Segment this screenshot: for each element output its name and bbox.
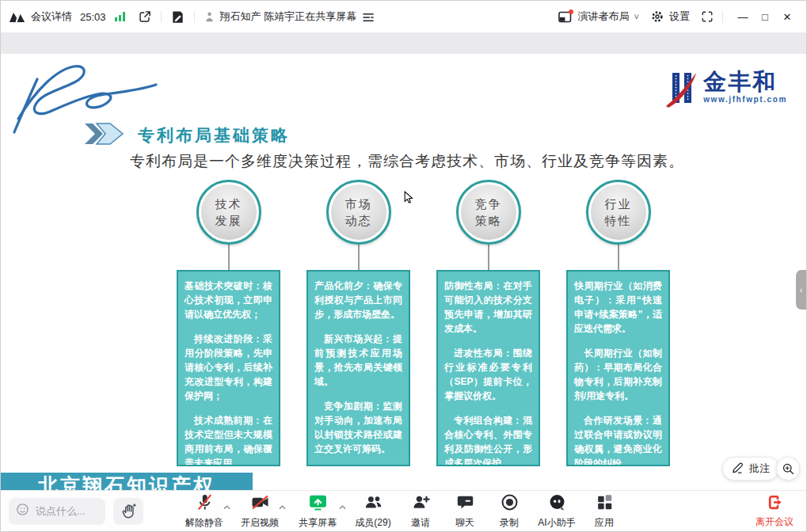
circle-label-line1: 技术	[215, 196, 242, 212]
invite-button[interactable]: 邀请	[398, 491, 443, 532]
chevron-up-icon[interactable]	[339, 499, 346, 513]
ai-assistant-label: AI小助手	[538, 516, 575, 530]
leave-meeting-button[interactable]: 离开会议	[756, 491, 794, 532]
strategy-box: 产品化前夕：确保专利授权与产品上市同步，形成市场壁垒。 新兴市场兴起：提前预测技…	[306, 270, 410, 466]
circle-label-line2: 发展	[215, 212, 242, 229]
strategy-column-tech: 技术 发展 基础技术突破时：核心技术初现，立即申请以确立优先权； 持续改进阶段：…	[177, 180, 280, 466]
connector-line	[358, 245, 360, 270]
layout-button[interactable]: 演讲者布局 ˅	[558, 9, 639, 25]
smiley-icon	[16, 503, 29, 519]
strategy-paragraph: 专利组合构建：混合核心专利、外围专利及防御性公开，形成多层次保护。	[444, 413, 532, 466]
mouse-cursor	[404, 191, 414, 207]
slide-subtitle: 专利布局是一个多维度决策过程，需综合考虑技术、市场、行业及竞争等因素。	[130, 151, 684, 172]
leave-icon	[766, 493, 784, 515]
members-icon	[364, 492, 383, 515]
share-screen-label: 共享屏幕	[299, 516, 337, 530]
maximize-button[interactable]: □	[754, 6, 776, 28]
leave-meeting-label: 离开会议	[756, 515, 794, 529]
apps-label: 应用	[595, 516, 614, 530]
chat-input-field[interactable]	[34, 504, 101, 518]
top-bar-right: 演讲者布局 ˅ 设置 — □ ✕	[558, 6, 798, 28]
shared-screen-slide: 金丰和 www.jfhfwpt.com 专利布局基础策略 专利布局是一个多维度决…	[1, 54, 807, 492]
strategy-column-competition: 竞争 策略 防御性布局：在对手可能切入的技术分支预先申请，增加其研发成本。 进攻…	[436, 180, 540, 466]
screen-share-icon	[308, 492, 328, 515]
chat-quick-input[interactable]	[9, 498, 105, 525]
presenter-icon	[204, 11, 215, 23]
meeting-window: 会议详情 25:03 翔石知产 陈靖宇正在共享屏幕	[0, 0, 807, 532]
circle-label: 技术 发展	[201, 184, 257, 240]
meeting-details-button[interactable]: 会议详情	[31, 10, 72, 24]
chat-bubble-icon	[455, 492, 475, 515]
share-screen-button[interactable]: 共享屏幕	[287, 491, 348, 532]
pop-out-icon[interactable]	[138, 10, 152, 24]
divider	[161, 11, 162, 23]
members-label: 成员(29)	[355, 516, 390, 530]
invite-label: 邀请	[411, 516, 430, 530]
circle-label-line2: 动态	[345, 212, 372, 229]
unmute-label: 解除静音	[185, 516, 223, 530]
strategy-paragraph: 产品化前夕：确保专利授权与产品上市同步，形成市场壁垒。	[314, 279, 402, 321]
members-button[interactable]: 成员(29)	[348, 491, 398, 532]
circle-node: 市场 动态	[326, 180, 391, 245]
record-label: 录制	[500, 516, 519, 530]
raise-hand-button[interactable]	[113, 498, 143, 525]
panel-collapse-handle[interactable]: ‹	[796, 270, 806, 310]
meeting-timer: 25:03	[80, 11, 106, 23]
connector-line	[228, 245, 230, 270]
title-arrow-icon	[83, 122, 126, 149]
annotate-button[interactable]: 批注	[722, 457, 779, 481]
logo-name: 金丰和	[703, 70, 787, 93]
top-bar-left: 会议详情 25:03 翔石知产 陈靖宇正在共享屏幕	[9, 10, 375, 25]
ai-assistant-button[interactable]: AI小助手	[531, 491, 582, 532]
chevron-up-icon[interactable]	[279, 499, 286, 513]
layout-icon	[558, 9, 573, 25]
circle-label: 行业 特性	[591, 184, 646, 240]
strategy-paragraph: 进攻性布局：围绕行业标准必要专利（SEP）提前卡位，掌握议价权。	[444, 346, 532, 403]
annotation-doc-icon[interactable]	[170, 10, 185, 25]
close-button[interactable]: ✕	[776, 6, 798, 28]
strategy-box: 防御性布局：在对手可能切入的技术分支预先申请，增加其研发成本。 进攻性布局：围绕…	[436, 270, 540, 466]
strategy-paragraph: 新兴市场兴起：提前预测技术应用场景，抢先布局关键领域。	[314, 332, 402, 389]
circle-label-line1: 竞争	[475, 196, 502, 212]
strategy-paragraph: 技术成熟前期：在技术定型但未大规模商用前布局，确保覆盖未来应用。	[185, 413, 272, 466]
connector-line	[618, 245, 619, 270]
record-button[interactable]: 录制	[487, 491, 531, 532]
strategy-paragraph: 快周期行业（如消费电子）：采用“快速申请+续案策略”，适应迭代需求。	[574, 279, 662, 336]
connector-line	[488, 245, 489, 270]
invite-icon	[411, 492, 431, 515]
apps-button[interactable]: 应用	[582, 491, 626, 532]
record-icon	[500, 492, 520, 515]
magnifier-button[interactable]	[776, 457, 800, 481]
camera-off-icon	[250, 492, 270, 515]
circle-label: 市场 动态	[331, 184, 386, 240]
apps-grid-icon	[595, 492, 615, 515]
layout-button-label: 演讲者布局	[578, 10, 630, 24]
logo-website: www.jfhfwpt.com	[703, 95, 787, 104]
annotate-label: 批注	[749, 462, 770, 476]
logo-text: 金丰和 www.jfhfwpt.com	[703, 70, 787, 104]
strategy-paragraph: 防御性布局：在对手可能切入的技术分支预先申请，增加其研发成本。	[444, 279, 532, 336]
unmute-button[interactable]: 解除静音	[177, 491, 232, 532]
gear-icon	[650, 10, 664, 24]
minimize-button[interactable]: —	[732, 6, 754, 28]
network-signal-icon	[114, 11, 127, 22]
circle-label-line1: 市场	[345, 196, 372, 212]
fullscreen-icon[interactable]	[701, 10, 714, 23]
chevron-down-icon: ˅	[634, 12, 639, 21]
start-video-button[interactable]: 开启视频	[232, 491, 287, 532]
strategy-paragraph: 长周期行业（如制药）：早期布局化合物专利，后期补充制剂/用途专利。	[574, 346, 662, 403]
circle-node: 竞争 策略	[456, 180, 521, 245]
chat-button[interactable]: 聊天	[443, 491, 487, 532]
circle-label-line2: 策略	[475, 212, 502, 229]
chat-label: 聊天	[455, 516, 474, 530]
settings-button[interactable]: 设置	[650, 10, 690, 24]
share-options-icon[interactable]	[363, 12, 375, 22]
chevron-left-icon: ‹	[800, 285, 803, 294]
circle-label-line2: 特性	[605, 212, 632, 229]
chevron-up-icon[interactable]	[223, 499, 230, 513]
circle-label-line1: 行业	[605, 196, 632, 212]
circle-node: 行业 特性	[586, 180, 651, 245]
meeting-logo-icon	[9, 11, 26, 23]
slide-title-row: 专利布局基础策略	[83, 122, 290, 149]
footer-banner: 北京翔石知识产权	[1, 473, 253, 492]
